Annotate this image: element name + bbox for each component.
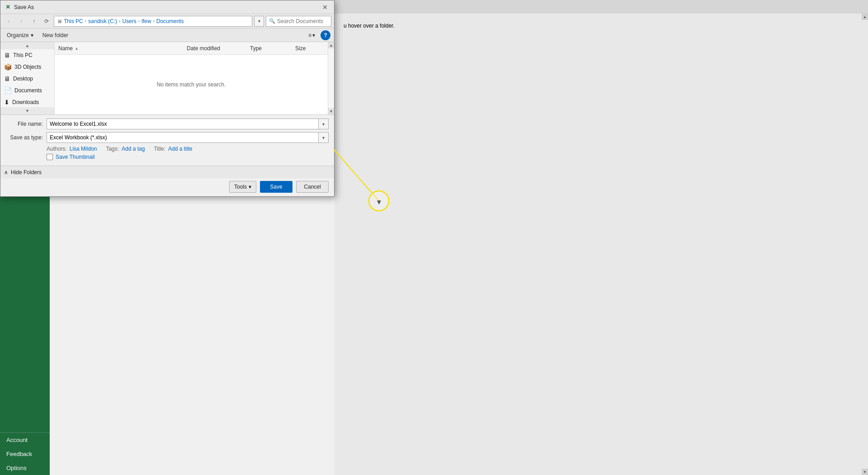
dialog-toolbar: Organize ▾ New folder ≡ ▾ ? bbox=[0, 28, 334, 42]
nav-item-3dobjects[interactable]: 📦 3D Objects bbox=[0, 61, 54, 73]
organize-label: Organize bbox=[7, 32, 29, 38]
col-sort-arrow: ▲ bbox=[75, 46, 79, 51]
col-size-label: Size bbox=[295, 45, 306, 52]
hide-folders-row[interactable]: ∧ Hide Folders bbox=[0, 166, 334, 178]
savetype-row: Save as type: ▾ bbox=[6, 132, 329, 143]
savetype-dropdown-button[interactable]: ▾ bbox=[319, 132, 329, 143]
authors-label: Authors: bbox=[47, 146, 67, 152]
dialog-navbar: ‹ › ↑ ⟳ 🖥 This PC › sandisk (C:) › Users… bbox=[0, 14, 334, 28]
save-thumbnail-checkbox[interactable] bbox=[47, 154, 53, 160]
search-input[interactable] bbox=[277, 18, 328, 24]
tags-value[interactable]: Add a tag bbox=[122, 146, 145, 152]
filename-label: File name: bbox=[6, 121, 47, 127]
new-folder-label: New folder bbox=[42, 32, 68, 38]
nav-item-desktop[interactable]: 🖥 Desktop bbox=[0, 73, 54, 85]
authors-value[interactable]: Lisa Mildon bbox=[70, 146, 97, 152]
organize-button[interactable]: Organize ▾ bbox=[4, 30, 36, 40]
address-crumb-users[interactable]: Users bbox=[122, 18, 136, 24]
address-sep-2: › bbox=[138, 19, 140, 24]
save-as-dialog: ✕ Save As ✕ ‹ › ↑ ⟳ 🖥 This PC › sandisk … bbox=[0, 0, 335, 197]
new-folder-button[interactable]: New folder bbox=[40, 30, 71, 40]
tools-arrow-icon: ▾ bbox=[249, 184, 251, 190]
dialog-title-icon: ✕ bbox=[4, 4, 11, 11]
dialog-filepanel: Name ▲ Date modified Type Size No items … bbox=[55, 42, 328, 114]
empty-message: No items match your search. bbox=[157, 81, 226, 88]
address-crumb-sandisk[interactable]: sandisk (C:) bbox=[88, 18, 117, 24]
col-size[interactable]: Size bbox=[292, 42, 328, 54]
meta-row: Authors: Lisa Mildon Tags: Add a tag Tit… bbox=[6, 146, 329, 152]
filename-row: File name: ▾ bbox=[6, 119, 329, 129]
savetype-label: Save as type: bbox=[6, 134, 47, 141]
dialog-bottom-form: File name: ▾ Save as type: ▾ Authors: Li… bbox=[0, 114, 334, 166]
info-scrollbar-up[interactable]: ▲ bbox=[862, 14, 868, 20]
save-button[interactable]: Save bbox=[260, 181, 292, 193]
view-arrow-icon: ▾ bbox=[312, 32, 315, 38]
file-columns: Name ▲ Date modified Type Size bbox=[55, 42, 328, 55]
excel-sidebar-bottom: Account Feedback Options bbox=[0, 432, 50, 475]
cancel-button[interactable]: Cancel bbox=[296, 181, 329, 193]
nav-item-3dobjects-label: 3D Objects bbox=[14, 64, 41, 70]
thumbnail-row: Save Thumbnail bbox=[6, 154, 329, 160]
nav-item-documents-label: Documents bbox=[14, 87, 42, 94]
file-content-area: No items match your search. bbox=[55, 55, 328, 114]
col-name[interactable]: Name ▲ bbox=[55, 42, 183, 54]
scrollbar-down-arrow[interactable]: ▼ bbox=[328, 108, 335, 114]
nav-forward-button[interactable]: › bbox=[16, 16, 27, 27]
address-bar: 🖥 This PC › sandisk (C:) › Users › lfew … bbox=[54, 16, 252, 27]
info-scrollbar-down[interactable]: ▼ bbox=[862, 469, 868, 475]
filename-dropdown-button[interactable]: ▾ bbox=[319, 119, 329, 129]
nav-item-documents[interactable]: 📄 Documents bbox=[0, 85, 54, 96]
nav-refresh-button[interactable]: ⟳ bbox=[41, 16, 52, 27]
col-date-label: Date modified bbox=[187, 45, 220, 52]
dialog-titlebar: ✕ Save As ✕ bbox=[0, 0, 334, 14]
hide-folders-label: Hide Folders bbox=[11, 169, 42, 176]
nav-item-thispc-label: This PC bbox=[13, 52, 33, 58]
file-panel-scrollbar[interactable]: ▲ ▼ bbox=[328, 42, 334, 114]
view-button[interactable]: ≡ ▾ bbox=[307, 30, 317, 40]
title-item: Title: Add a title bbox=[154, 146, 192, 152]
search-icon: 🔍 bbox=[269, 18, 275, 24]
col-date[interactable]: Date modified bbox=[183, 42, 246, 54]
address-crumb-thispc[interactable]: This PC bbox=[64, 18, 83, 24]
leftnav-scroll-up[interactable]: ▲ bbox=[0, 42, 54, 49]
address-sep-0: › bbox=[85, 19, 86, 24]
dialog-close-button[interactable]: ✕ bbox=[320, 2, 330, 13]
address-crumb-lfew[interactable]: lfew bbox=[142, 18, 151, 24]
address-home-icon: 🖥 bbox=[57, 19, 62, 24]
sidebar-item-feedback[interactable]: Feedback bbox=[0, 447, 50, 461]
nav-item-downloads[interactable]: ⬇ Downloads bbox=[0, 96, 54, 108]
search-box: 🔍 bbox=[266, 16, 331, 27]
address-dropdown-button[interactable]: ▾ bbox=[254, 16, 264, 27]
organize-arrow-icon: ▾ bbox=[31, 32, 33, 38]
sidebar-item-account[interactable]: Account bbox=[0, 433, 50, 447]
tools-button[interactable]: Tools ▾ bbox=[229, 181, 256, 193]
scrollbar-up-arrow[interactable]: ▲ bbox=[328, 42, 335, 48]
tags-label: Tags: bbox=[106, 146, 119, 152]
tools-label: Tools bbox=[234, 184, 247, 190]
savetype-input[interactable] bbox=[47, 132, 319, 143]
scrollbar-track bbox=[328, 48, 335, 108]
dialog-leftnav: ▲ 🖥 This PC 📦 3D Objects 🖥 Desktop 📄 Doc… bbox=[0, 42, 55, 114]
save-thumbnail-label[interactable]: Save Thumbnail bbox=[56, 154, 95, 160]
address-crumb-documents[interactable]: Documents bbox=[156, 18, 184, 24]
nav-back-button[interactable]: ‹ bbox=[3, 16, 14, 27]
col-name-label: Name bbox=[58, 45, 73, 52]
nav-item-desktop-label: Desktop bbox=[13, 76, 33, 82]
title-label: Title: bbox=[154, 146, 165, 152]
title-value[interactable]: Add a title bbox=[168, 146, 192, 152]
thispc-icon: 🖥 bbox=[4, 52, 10, 59]
dialog-title-text: Save As bbox=[14, 4, 320, 10]
nav-up-button[interactable]: ↑ bbox=[28, 16, 39, 27]
leftnav-scroll-down[interactable]: ▼ bbox=[0, 107, 54, 114]
nav-item-thispc[interactable]: 🖥 This PC bbox=[0, 49, 54, 61]
col-type[interactable]: Type bbox=[246, 42, 292, 54]
info-scrollbar-track bbox=[862, 20, 868, 469]
info-scrollbar[interactable]: ▲ ▼ bbox=[862, 14, 868, 475]
filename-input[interactable] bbox=[47, 119, 319, 129]
nav-item-downloads-label: Downloads bbox=[12, 99, 39, 105]
dialog-actions: Tools ▾ Save Cancel bbox=[0, 178, 334, 196]
authors-item: Authors: Lisa Mildon bbox=[47, 146, 97, 152]
sidebar-item-options[interactable]: Options bbox=[0, 461, 50, 475]
help-button[interactable]: ? bbox=[321, 30, 330, 40]
col-type-label: Type bbox=[250, 45, 262, 52]
